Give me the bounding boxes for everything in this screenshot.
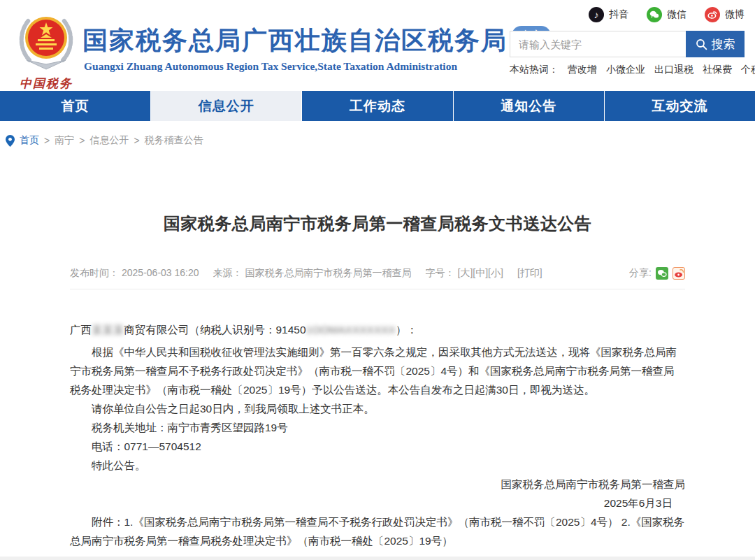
article: 国家税务总局南宁市税务局第一稽查局税务文书送达公告 发布时间： 2025-06-… <box>70 213 685 550</box>
search-button-label: 搜索 <box>712 36 735 52</box>
header-right: ♪ 抖音 微信 微博 <box>510 6 745 76</box>
font-size-label: 字号： <box>426 267 455 280</box>
article-source: 来源： 国家税务总局南宁市税务局第一稽查局 <box>213 267 412 280</box>
hotwords-label: 本站热词： <box>510 64 559 76</box>
search-button[interactable]: 搜索 <box>686 31 745 57</box>
breadcrumb-separator: > <box>44 135 50 146</box>
body-paragraph-phone: 电话：0771—5704512 <box>70 437 685 456</box>
location-pin-icon <box>6 135 15 147</box>
nav-tab-info-disclosure[interactable]: 信息公开 <box>151 91 302 121</box>
article-meta: 发布时间： 2025-06-03 16:20 来源： 国家税务总局南宁市税务局第… <box>70 267 685 280</box>
douyin-label: 抖音 <box>609 8 628 21</box>
social-links: ♪ 抖音 微信 微博 <box>510 6 745 24</box>
source-label: 来源： <box>213 267 243 280</box>
meta-divider <box>70 289 685 289</box>
nav-tab-notices[interactable]: 通知公告 <box>454 91 605 121</box>
hotword-link[interactable]: 个税 <box>741 64 755 76</box>
share-weibo-icon[interactable] <box>673 267 685 280</box>
weibo-link[interactable]: 微博 <box>705 7 745 22</box>
breadcrumb-home[interactable]: 首页 <box>20 134 39 147</box>
publish-time-value: 2025-06-03 16:20 <box>122 267 199 280</box>
signature-org: 国家税务总局南宁市税务局第一稽查局 <box>70 475 685 494</box>
site-logo: 中国税务 <box>13 7 80 92</box>
breadcrumb-separator: > <box>79 135 85 146</box>
salutation-line: 广西某某某商贸有限公司（纳税人识别号：914501OOMAXXXXXXX）： <box>70 320 685 339</box>
body-paragraph-main: 根据《中华人民共和国税收征收管理法实施细则》第一百零六条之规定，因采取其他方式无… <box>70 343 685 399</box>
signature-date: 2025年6月3日 <box>70 494 685 512</box>
site-title-block: 国家税务总局广西壮族自治区税务局南宁 <box>82 24 551 58</box>
site-subtitle: Guangxi Zhuang Autonomous Region Tax Ser… <box>84 60 457 73</box>
hotword-link[interactable]: 营改增 <box>568 64 597 76</box>
font-size-controls: 字号： [大][中][小] <box>426 267 503 280</box>
source-value: 国家税务总局南宁市税务局第一稽查局 <box>245 267 412 280</box>
share-label: 分享: <box>629 267 652 280</box>
hotword-link[interactable]: 出口退税 <box>654 64 693 76</box>
breadcrumb-nanning[interactable]: 南宁 <box>55 134 74 147</box>
douyin-icon: ♪ <box>589 7 604 22</box>
nav-tab-interaction[interactable]: 互动交流 <box>605 91 755 121</box>
site-title: 国家税务总局广西壮族自治区税务局 <box>82 24 508 58</box>
redacted-company-name: 某某某 <box>92 324 124 336</box>
salutation-mid: 商贸有限公司（纳税人识别号：91450 <box>124 324 306 336</box>
share-wechat-icon[interactable] <box>656 267 668 280</box>
hotword-link[interactable]: 小微企业 <box>606 64 645 76</box>
nav-tab-home[interactable]: 首页 <box>0 91 151 121</box>
nav-tab-work-updates[interactable]: 工作动态 <box>302 91 453 121</box>
weibo-label: 微博 <box>725 8 745 21</box>
china-tax-emblem-icon <box>14 7 78 71</box>
wechat-icon <box>647 7 662 22</box>
footer-edge <box>0 557 755 560</box>
article-title: 国家税务总局南宁市税务局第一稽查局税务文书送达公告 <box>70 213 685 235</box>
wechat-link[interactable]: 微信 <box>647 7 686 22</box>
attachment-line: 附件：1.《国家税务总局南宁市税务局第一稽查局不予税务行政处罚决定书》（南市税一… <box>70 512 685 550</box>
breadcrumb-info-disclosure[interactable]: 信息公开 <box>89 134 129 147</box>
redacted-taxpayer-id: 1OOMAXXXXXXX <box>306 324 396 336</box>
hotwords-bar: 本站热词： 营改增 小微企业 出口退税 社保费 个税 <box>510 64 745 76</box>
search-input[interactable] <box>510 31 686 57</box>
publish-time: 发布时间： 2025-06-03 16:20 <box>70 267 199 280</box>
breadcrumb-separator: > <box>134 135 139 146</box>
breadcrumb-tax-inspection-notice[interactable]: 税务稽查公告 <box>145 134 203 147</box>
site-header: 中国税务 国家税务总局广西壮族自治区税务局南宁 Guangxi Zhuang A… <box>0 0 755 91</box>
breadcrumb: 首页 > 南宁 > 信息公开 > 税务稽查公告 <box>6 134 755 147</box>
print-button[interactable]: [打印] <box>517 267 542 280</box>
wechat-label: 微信 <box>667 8 686 21</box>
share-box: 分享: <box>629 267 685 280</box>
body-paragraph-address: 税务机关地址：南宁市青秀区望园路19号 <box>70 418 685 437</box>
publish-time-label: 发布时间： <box>70 267 119 280</box>
hotword-link[interactable]: 社保费 <box>703 64 732 76</box>
main-nav: 首页 信息公开 工作动态 通知公告 互动交流 <box>0 91 755 121</box>
logo-caption: 中国税务 <box>13 76 80 92</box>
body-paragraph-collect: 请你单位自公告之日起30日内，到我局领取上述文书正本。 <box>70 399 685 418</box>
salutation-prefix: 广西 <box>70 324 92 336</box>
font-size-options[interactable]: [大][中][小] <box>458 267 503 280</box>
douyin-link[interactable]: ♪ 抖音 <box>589 7 628 22</box>
site-search: 搜索 <box>510 31 745 57</box>
body-paragraph-closing: 特此公告。 <box>70 456 685 475</box>
salutation-suffix: ）： <box>396 324 417 336</box>
article-body: 广西某某某商贸有限公司（纳税人识别号：914501OOMAXXXXXXX）： 根… <box>70 320 685 550</box>
search-icon <box>696 38 707 50</box>
weibo-icon <box>705 7 720 22</box>
